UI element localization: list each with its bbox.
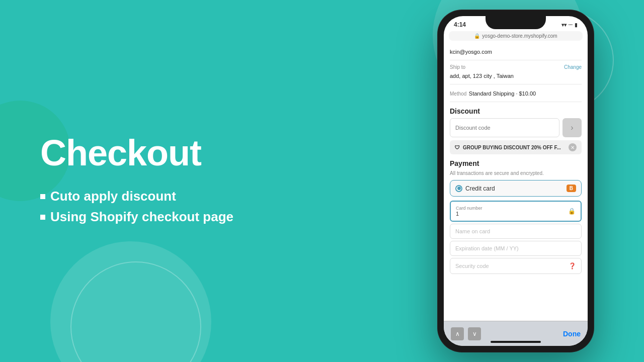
discount-tag-close-button[interactable]: ✕ (569, 143, 577, 151)
credit-card-left: Credit card (455, 185, 495, 192)
ship-to-label: Ship to (450, 64, 465, 70)
keyboard-nav: ∧ ∨ (451, 327, 481, 340)
url-bar: 🔒 yosgo-demo-store.myshopify.com (449, 31, 583, 41)
status-bar-icons: ▾▾ ··· ▮ (561, 22, 578, 28)
left-content: Checkout Cuto apply discount Using Shopi… (40, 132, 233, 230)
ship-to-value: add, apt, 123 city , Taiwan (450, 73, 514, 79)
status-bar-time: 4:14 (454, 21, 466, 28)
discount-tag: 🛡 GROUP BUYING DISCOUNT 20% OFF F... ✕ (450, 140, 582, 154)
method-row: Method Standard Shipping · $10.00 (450, 84, 582, 102)
credit-card-badge: B (567, 185, 576, 192)
home-indicator (491, 341, 541, 343)
bullet-item-2: Using Shopify checkout page (40, 209, 233, 225)
discount-apply-button[interactable]: › (562, 118, 582, 137)
lock-field-icon: 🔒 (568, 208, 576, 215)
email-value: kcin@yosgo.com (450, 49, 492, 55)
shield-icon: 🛡 (455, 145, 460, 150)
name-on-card-field[interactable]: Name on card (450, 224, 582, 239)
security-code-field[interactable]: Security code ❓ (450, 258, 582, 274)
method-label: Method (450, 91, 466, 97)
security-code-label: Security code (455, 263, 489, 269)
ship-to-row: Ship to Change add, apt, 123 city , Taiw… (450, 60, 582, 84)
page-title: Checkout (40, 132, 233, 173)
credit-card-row[interactable]: Credit card B (450, 180, 582, 197)
payment-section: Payment All transactions are secure and … (450, 159, 582, 274)
card-number-label: Card number (456, 206, 482, 211)
discount-title: Discount (450, 107, 582, 115)
ship-to-header: Ship to Change (450, 64, 582, 71)
credit-card-label: Credit card (465, 185, 495, 192)
help-icon: ❓ (569, 262, 576, 269)
battery-icon: ▮ (575, 22, 578, 28)
card-number-container: Card number 1 (456, 206, 482, 217)
discount-input[interactable] (450, 118, 559, 137)
bullet-square-1 (40, 194, 45, 199)
name-on-card-placeholder: Name on card (455, 228, 490, 234)
payment-title: Payment (450, 159, 582, 167)
email-row: kcin@yosgo.com (450, 43, 582, 60)
method-value: Standard Shipping · $10.00 (469, 90, 536, 97)
wifi-icon: ▾▾ (561, 22, 567, 28)
bullet-list: Cuto apply discount Using Shopify checko… (40, 189, 233, 225)
discount-section: Discount › 🛡 GROUP BUYING DISCOUNT 20% O… (450, 107, 582, 154)
phone-inner: 4:14 ▾▾ ··· ▮ 🔒 yosgo-demo-store.myshopi… (444, 16, 588, 346)
prev-field-button[interactable]: ∧ (451, 327, 464, 340)
change-link[interactable]: Change (564, 64, 582, 70)
card-number-field[interactable]: Card number 1 🔒 (450, 201, 582, 222)
next-field-button[interactable]: ∨ (468, 327, 481, 340)
expiration-placeholder: Expiration date (MM / YY) (455, 245, 519, 251)
discount-tag-left: 🛡 GROUP BUYING DISCOUNT 20% OFF F... (455, 145, 561, 150)
keyboard-done-button[interactable]: Done (563, 330, 581, 338)
discount-tag-text: GROUP BUYING DISCOUNT 20% OFF F... (463, 145, 561, 150)
bullet-square-2 (40, 215, 45, 220)
phone-outer: 4:14 ▾▾ ··· ▮ 🔒 yosgo-demo-store.myshopi… (438, 10, 594, 352)
phone-notch (486, 16, 546, 29)
phone-content: kcin@yosgo.com Ship to Change add, apt, … (444, 43, 588, 332)
url-text: yosgo-demo-store.myshopify.com (482, 33, 557, 39)
bullet-item-1: Cuto apply discount (40, 189, 233, 204)
credit-card-radio (455, 185, 462, 192)
lock-icon: 🔒 (474, 33, 480, 39)
card-number-value: 1 (456, 211, 482, 217)
payment-subtitle: All transactions are secure and encrypte… (450, 170, 582, 176)
phone-mockup: 4:14 ▾▾ ··· ▮ 🔒 yosgo-demo-store.myshopi… (438, 10, 594, 352)
discount-row: › (450, 118, 582, 137)
signal-icon: ··· (569, 22, 573, 28)
expiration-field[interactable]: Expiration date (MM / YY) (450, 241, 582, 256)
